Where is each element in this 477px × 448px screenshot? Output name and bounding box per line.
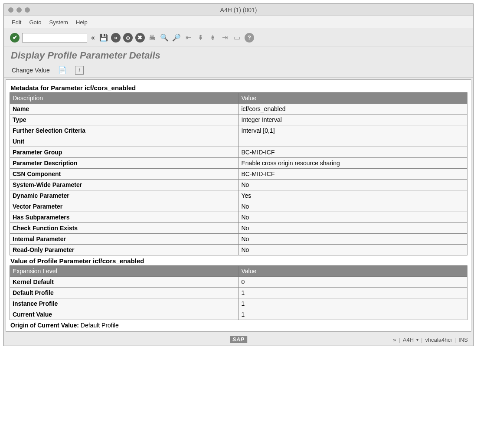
titlebar: A4H (1) (001): [4, 4, 473, 16]
col-expansion-level: Expansion Level: [10, 266, 239, 277]
metadata-table: Description Value Nameicf/cors_enabled T…: [10, 92, 467, 255]
cell-value: [238, 136, 467, 147]
cancel-icon[interactable]: ✖: [135, 33, 145, 43]
table-row: CSN ComponentBC-MID-ICF: [10, 169, 467, 180]
cell-label: Default Profile: [10, 288, 239, 298]
table-row: Kernel Default0: [10, 277, 467, 288]
cell-value: 1: [238, 288, 467, 298]
table-row: Vector ParameterNo: [10, 201, 467, 212]
table-row: Check Function ExistsNo: [10, 223, 467, 234]
cell-value: Integer Interval: [238, 114, 467, 125]
table-row: Current Value1: [10, 309, 467, 320]
table-row: Read-Only ParameterNo: [10, 245, 467, 255]
status-system[interactable]: A4H: [403, 337, 414, 343]
cell-label: Internal Parameter: [10, 234, 239, 245]
cell-value: 0: [238, 277, 467, 288]
cell-label: CSN Component: [10, 169, 239, 180]
table-row: Instance Profile1: [10, 298, 467, 309]
cell-value: 1: [238, 298, 467, 309]
cell-label: Parameter Group: [10, 147, 239, 158]
origin-label: Origin of Current Value: [10, 322, 77, 329]
back-circle-icon[interactable]: «: [111, 33, 121, 43]
table-row: Unit: [10, 136, 467, 147]
metadata-section-title: Metadata for Parameter icf/cors_enabled: [10, 82, 467, 92]
cell-value: icf/cors_enabled: [238, 104, 467, 114]
cell-value: No: [238, 234, 467, 245]
cell-label: Further Selection Criteria: [10, 125, 239, 136]
table-row: TypeInteger Interval: [10, 114, 467, 125]
menubar: Edit Goto System Help: [4, 16, 473, 29]
prev-page-icon[interactable]: ⇞: [196, 33, 206, 43]
document-icon[interactable]: 📄: [58, 65, 67, 75]
value-section-title: Value of Profile Parameter icf/cors_enab…: [10, 255, 467, 265]
chevron-down-icon[interactable]: ▾: [416, 337, 418, 342]
cell-label: Parameter Description: [10, 158, 239, 169]
cell-value: Enable cross origin resource sharing: [238, 158, 467, 169]
cell-value: No: [238, 245, 467, 255]
cell-label: Read-Only Parameter: [10, 245, 239, 255]
sap-logo: SAP: [230, 336, 247, 343]
table-row: System-Wide ParameterNo: [10, 180, 467, 190]
window-title: A4H (1) (001): [4, 7, 473, 13]
command-input[interactable]: [22, 33, 87, 43]
table-row: Nameicf/cors_enabled: [10, 104, 467, 114]
cell-value: BC-MID-ICF: [238, 169, 467, 180]
cell-label: Has Subparameters: [10, 212, 239, 223]
cell-label: Dynamic Parameter: [10, 190, 239, 201]
table-row: Parameter GroupBC-MID-ICF: [10, 147, 467, 158]
menu-help[interactable]: Help: [76, 19, 88, 26]
last-page-icon[interactable]: ⇥: [220, 33, 230, 43]
origin-value: Default Profile: [81, 322, 119, 329]
menu-system[interactable]: System: [49, 19, 68, 26]
cell-value: Yes: [238, 190, 467, 201]
statusbar: SAP » | A4H ▾ | vhcala4hci | INS: [4, 334, 473, 346]
cell-value: No: [238, 180, 467, 190]
find-icon[interactable]: 🔍: [160, 33, 169, 43]
app-toolbar: Change Value 📄 i: [4, 63, 473, 78]
cell-value: Interval [0,1]: [238, 125, 467, 136]
menu-edit[interactable]: Edit: [12, 19, 21, 26]
save-icon[interactable]: 💾: [99, 33, 108, 43]
table-row: Has SubparametersNo: [10, 212, 467, 223]
cell-value: No: [238, 212, 467, 223]
cell-label: System-Wide Parameter: [10, 180, 239, 190]
cell-label: Type: [10, 114, 239, 125]
value-table: Expansion Level Value Kernel Default0 De…: [10, 265, 467, 320]
col-description: Description: [10, 93, 239, 104]
cell-label: Current Value: [10, 309, 239, 320]
system-toolbar: ✔ « 💾 « ⦶ ✖ 🖶 🔍 🔎 ⇤ ⇞ ⇟ ⇥ ▭ ?: [4, 29, 473, 46]
help-icon[interactable]: ?: [245, 33, 254, 43]
window: A4H (1) (001) Edit Goto System Help ✔ « …: [3, 3, 474, 346]
next-page-icon[interactable]: ⇟: [208, 33, 218, 43]
cell-label: Kernel Default: [10, 277, 239, 288]
find-next-icon[interactable]: 🔎: [172, 33, 181, 43]
change-value-button[interactable]: Change Value: [12, 67, 50, 74]
enter-button[interactable]: ✔: [10, 33, 20, 43]
screen-title: Display Profile Parameter Details: [4, 46, 473, 63]
new-session-icon[interactable]: ▭: [232, 33, 242, 43]
col-value: Value: [238, 93, 467, 104]
first-page-icon[interactable]: ⇤: [184, 33, 193, 43]
cell-label: Name: [10, 104, 239, 114]
cell-label: Instance Profile: [10, 298, 239, 309]
menu-goto[interactable]: Goto: [29, 19, 41, 26]
table-row: Internal ParameterNo: [10, 234, 467, 245]
status-expand-icon[interactable]: »: [393, 337, 396, 343]
origin-line: Origin of Current Value: Default Profile: [10, 320, 467, 330]
back-icon[interactable]: «: [90, 34, 96, 42]
cell-value: No: [238, 223, 467, 234]
cell-value: No: [238, 201, 467, 212]
cell-label: Check Function Exists: [10, 223, 239, 234]
status-insert-mode: INS: [458, 337, 468, 343]
status-host: vhcala4hci: [425, 337, 452, 343]
col-value: Value: [238, 266, 467, 277]
cell-value: 1: [238, 309, 467, 320]
table-row: Parameter DescriptionEnable cross origin…: [10, 158, 467, 169]
cell-value: BC-MID-ICF: [238, 147, 467, 158]
info-icon[interactable]: i: [75, 66, 84, 75]
table-row: Dynamic ParameterYes: [10, 190, 467, 201]
print-icon[interactable]: 🖶: [147, 33, 157, 43]
table-row: Default Profile1: [10, 288, 467, 298]
exit-icon[interactable]: ⦶: [123, 33, 133, 43]
cell-label: Vector Parameter: [10, 201, 239, 212]
